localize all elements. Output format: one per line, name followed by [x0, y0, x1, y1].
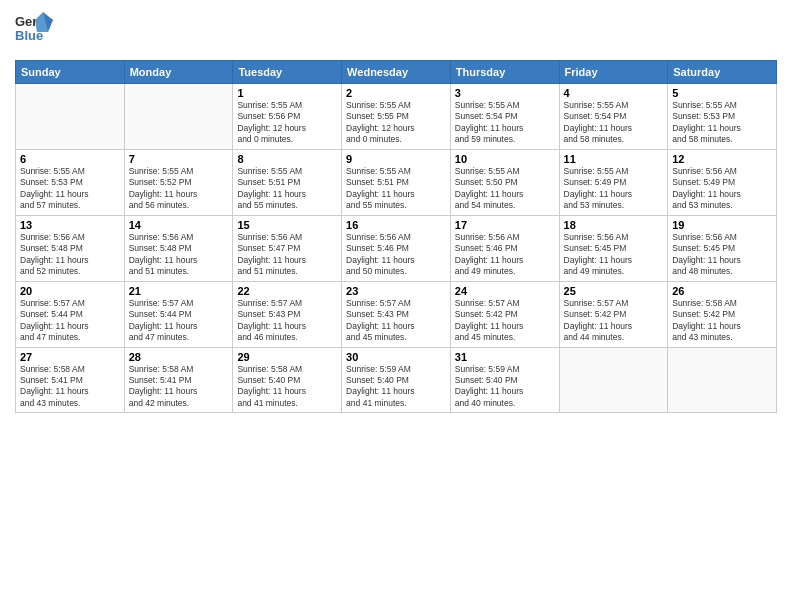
day-number: 1 [237, 87, 337, 99]
day-number: 22 [237, 285, 337, 297]
calendar-week-row: 13Sunrise: 5:56 AM Sunset: 5:48 PM Dayli… [16, 215, 777, 281]
calendar-week-row: 6Sunrise: 5:55 AM Sunset: 5:53 PM Daylig… [16, 149, 777, 215]
calendar-week-row: 20Sunrise: 5:57 AM Sunset: 5:44 PM Dayli… [16, 281, 777, 347]
day-info: Sunrise: 5:59 AM Sunset: 5:40 PM Dayligh… [346, 364, 446, 410]
calendar-cell: 22Sunrise: 5:57 AM Sunset: 5:43 PM Dayli… [233, 281, 342, 347]
calendar-cell: 13Sunrise: 5:56 AM Sunset: 5:48 PM Dayli… [16, 215, 125, 281]
day-info: Sunrise: 5:55 AM Sunset: 5:56 PM Dayligh… [237, 100, 337, 146]
day-info: Sunrise: 5:55 AM Sunset: 5:54 PM Dayligh… [455, 100, 555, 146]
day-info: Sunrise: 5:58 AM Sunset: 5:41 PM Dayligh… [20, 364, 120, 410]
calendar-cell: 23Sunrise: 5:57 AM Sunset: 5:43 PM Dayli… [342, 281, 451, 347]
day-info: Sunrise: 5:56 AM Sunset: 5:48 PM Dayligh… [20, 232, 120, 278]
day-number: 25 [564, 285, 664, 297]
day-info: Sunrise: 5:56 AM Sunset: 5:45 PM Dayligh… [564, 232, 664, 278]
day-info: Sunrise: 5:56 AM Sunset: 5:48 PM Dayligh… [129, 232, 229, 278]
day-number: 26 [672, 285, 772, 297]
calendar-cell: 26Sunrise: 5:58 AM Sunset: 5:42 PM Dayli… [668, 281, 777, 347]
day-number: 7 [129, 153, 229, 165]
day-info: Sunrise: 5:57 AM Sunset: 5:43 PM Dayligh… [346, 298, 446, 344]
logo: General Blue [15, 10, 53, 56]
day-number: 11 [564, 153, 664, 165]
weekday-header-sunday: Sunday [16, 61, 125, 84]
calendar-cell: 3Sunrise: 5:55 AM Sunset: 5:54 PM Daylig… [450, 84, 559, 150]
header: General Blue [15, 10, 777, 56]
day-info: Sunrise: 5:56 AM Sunset: 5:45 PM Dayligh… [672, 232, 772, 278]
day-info: Sunrise: 5:57 AM Sunset: 5:42 PM Dayligh… [564, 298, 664, 344]
calendar-cell: 25Sunrise: 5:57 AM Sunset: 5:42 PM Dayli… [559, 281, 668, 347]
calendar-cell: 7Sunrise: 5:55 AM Sunset: 5:52 PM Daylig… [124, 149, 233, 215]
day-number: 9 [346, 153, 446, 165]
day-number: 28 [129, 351, 229, 363]
day-number: 13 [20, 219, 120, 231]
day-number: 23 [346, 285, 446, 297]
calendar-cell: 11Sunrise: 5:55 AM Sunset: 5:49 PM Dayli… [559, 149, 668, 215]
calendar-cell: 27Sunrise: 5:58 AM Sunset: 5:41 PM Dayli… [16, 347, 125, 413]
calendar-table: SundayMondayTuesdayWednesdayThursdayFrid… [15, 60, 777, 413]
day-number: 8 [237, 153, 337, 165]
day-info: Sunrise: 5:57 AM Sunset: 5:44 PM Dayligh… [20, 298, 120, 344]
day-number: 14 [129, 219, 229, 231]
calendar-cell: 1Sunrise: 5:55 AM Sunset: 5:56 PM Daylig… [233, 84, 342, 150]
day-number: 31 [455, 351, 555, 363]
calendar-cell: 9Sunrise: 5:55 AM Sunset: 5:51 PM Daylig… [342, 149, 451, 215]
calendar-cell [16, 84, 125, 150]
day-number: 21 [129, 285, 229, 297]
day-info: Sunrise: 5:56 AM Sunset: 5:46 PM Dayligh… [455, 232, 555, 278]
day-number: 29 [237, 351, 337, 363]
day-info: Sunrise: 5:58 AM Sunset: 5:40 PM Dayligh… [237, 364, 337, 410]
calendar-cell: 12Sunrise: 5:56 AM Sunset: 5:49 PM Dayli… [668, 149, 777, 215]
day-number: 16 [346, 219, 446, 231]
calendar-cell: 18Sunrise: 5:56 AM Sunset: 5:45 PM Dayli… [559, 215, 668, 281]
calendar-cell: 16Sunrise: 5:56 AM Sunset: 5:46 PM Dayli… [342, 215, 451, 281]
weekday-header-tuesday: Tuesday [233, 61, 342, 84]
weekday-header-friday: Friday [559, 61, 668, 84]
weekday-header-monday: Monday [124, 61, 233, 84]
calendar-cell: 15Sunrise: 5:56 AM Sunset: 5:47 PM Dayli… [233, 215, 342, 281]
day-number: 18 [564, 219, 664, 231]
calendar-cell: 8Sunrise: 5:55 AM Sunset: 5:51 PM Daylig… [233, 149, 342, 215]
calendar-cell: 5Sunrise: 5:55 AM Sunset: 5:53 PM Daylig… [668, 84, 777, 150]
day-number: 20 [20, 285, 120, 297]
day-info: Sunrise: 5:58 AM Sunset: 5:42 PM Dayligh… [672, 298, 772, 344]
calendar-cell: 4Sunrise: 5:55 AM Sunset: 5:54 PM Daylig… [559, 84, 668, 150]
day-number: 6 [20, 153, 120, 165]
day-info: Sunrise: 5:55 AM Sunset: 5:54 PM Dayligh… [564, 100, 664, 146]
day-number: 30 [346, 351, 446, 363]
calendar-cell: 20Sunrise: 5:57 AM Sunset: 5:44 PM Dayli… [16, 281, 125, 347]
day-number: 5 [672, 87, 772, 99]
day-number: 27 [20, 351, 120, 363]
day-info: Sunrise: 5:58 AM Sunset: 5:41 PM Dayligh… [129, 364, 229, 410]
day-number: 15 [237, 219, 337, 231]
calendar-cell: 24Sunrise: 5:57 AM Sunset: 5:42 PM Dayli… [450, 281, 559, 347]
calendar-week-row: 27Sunrise: 5:58 AM Sunset: 5:41 PM Dayli… [16, 347, 777, 413]
day-info: Sunrise: 5:55 AM Sunset: 5:51 PM Dayligh… [346, 166, 446, 212]
day-info: Sunrise: 5:55 AM Sunset: 5:50 PM Dayligh… [455, 166, 555, 212]
day-info: Sunrise: 5:55 AM Sunset: 5:52 PM Dayligh… [129, 166, 229, 212]
weekday-header-saturday: Saturday [668, 61, 777, 84]
weekday-header-row: SundayMondayTuesdayWednesdayThursdayFrid… [16, 61, 777, 84]
day-number: 10 [455, 153, 555, 165]
day-info: Sunrise: 5:55 AM Sunset: 5:53 PM Dayligh… [672, 100, 772, 146]
day-info: Sunrise: 5:56 AM Sunset: 5:49 PM Dayligh… [672, 166, 772, 212]
calendar-cell [559, 347, 668, 413]
day-number: 3 [455, 87, 555, 99]
calendar-cell: 28Sunrise: 5:58 AM Sunset: 5:41 PM Dayli… [124, 347, 233, 413]
day-info: Sunrise: 5:57 AM Sunset: 5:43 PM Dayligh… [237, 298, 337, 344]
calendar-cell: 17Sunrise: 5:56 AM Sunset: 5:46 PM Dayli… [450, 215, 559, 281]
day-info: Sunrise: 5:55 AM Sunset: 5:49 PM Dayligh… [564, 166, 664, 212]
logo-mark: General Blue [15, 10, 53, 56]
calendar-cell: 30Sunrise: 5:59 AM Sunset: 5:40 PM Dayli… [342, 347, 451, 413]
calendar-cell [668, 347, 777, 413]
calendar-cell: 10Sunrise: 5:55 AM Sunset: 5:50 PM Dayli… [450, 149, 559, 215]
day-info: Sunrise: 5:55 AM Sunset: 5:51 PM Dayligh… [237, 166, 337, 212]
day-number: 19 [672, 219, 772, 231]
calendar-cell: 21Sunrise: 5:57 AM Sunset: 5:44 PM Dayli… [124, 281, 233, 347]
day-info: Sunrise: 5:55 AM Sunset: 5:55 PM Dayligh… [346, 100, 446, 146]
calendar-cell: 2Sunrise: 5:55 AM Sunset: 5:55 PM Daylig… [342, 84, 451, 150]
day-info: Sunrise: 5:59 AM Sunset: 5:40 PM Dayligh… [455, 364, 555, 410]
day-number: 12 [672, 153, 772, 165]
day-info: Sunrise: 5:57 AM Sunset: 5:42 PM Dayligh… [455, 298, 555, 344]
weekday-header-thursday: Thursday [450, 61, 559, 84]
day-number: 24 [455, 285, 555, 297]
calendar-cell [124, 84, 233, 150]
